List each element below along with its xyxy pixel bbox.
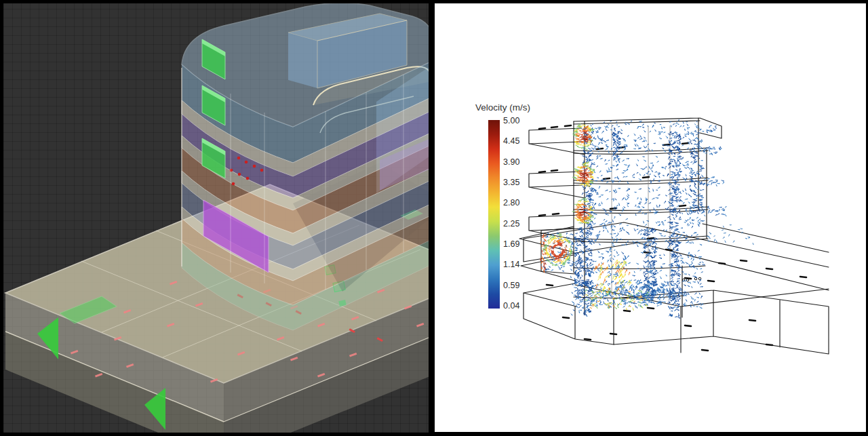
cfd-result-panel[interactable]: Velocity (m/s) 5.00 4.45 3.90 3.35 2.80 … (435, 3, 866, 432)
figure-frame: Velocity (m/s) 5.00 4.45 3.90 3.35 2.80 … (0, 0, 868, 436)
panel-divider (429, 0, 435, 436)
model-viewport-panel[interactable] (3, 3, 429, 433)
stair-core (202, 39, 225, 178)
tower (182, 3, 429, 330)
building-3d-model (3, 3, 429, 433)
velocity-vector-field (540, 119, 753, 318)
cfd-vector-plot (435, 3, 866, 432)
